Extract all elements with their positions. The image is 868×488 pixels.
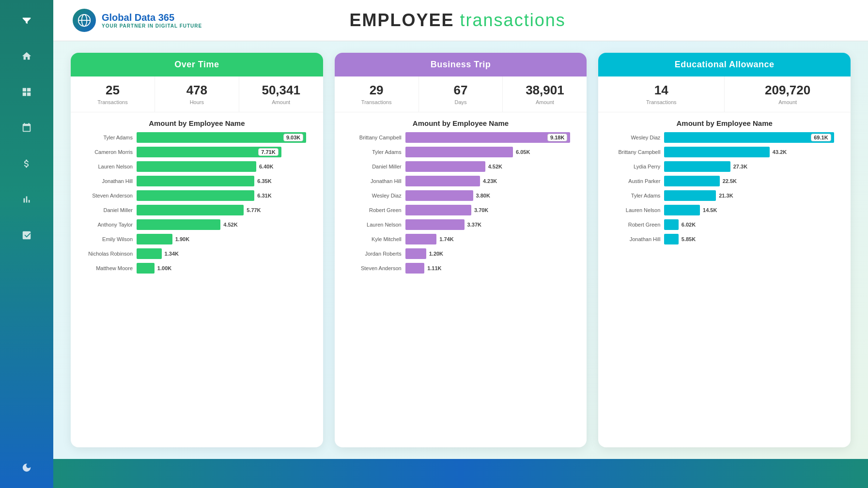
bar-container: 7.71K — [137, 147, 315, 157]
bar-label: Matthew Moore — [78, 265, 137, 271]
bar-fill — [137, 219, 220, 230]
business-transactions-label: Transactions — [340, 99, 414, 105]
dollar-icon[interactable] — [16, 153, 37, 174]
bar-row: Brittany Campbell43.2K — [606, 147, 843, 157]
main-content: Global Data 365 YOUR PARTNER IN DIGITAL … — [53, 0, 868, 488]
bar-row: Nicholas Robinson1.34K — [78, 248, 315, 259]
bar-value-badge: 9.03K — [283, 134, 303, 141]
business-chart-title: Amount by Employee Name — [335, 112, 587, 132]
business-days-value: 67 — [424, 83, 498, 97]
bar-fill: 9.18K — [405, 132, 571, 143]
bar-fill — [405, 219, 465, 230]
bar-value-text: 6.02K — [682, 222, 696, 228]
dashboard-icon[interactable] — [16, 81, 37, 103]
bar-fill — [664, 176, 719, 186]
bar-value-text: 4.52K — [488, 164, 502, 169]
business-days-label: Days — [424, 99, 498, 105]
overtime-chart: Tyler Adams9.03KCameron Morris7.71KLaure… — [71, 132, 323, 447]
bar-fill — [405, 190, 473, 201]
bar-value-text: 6.31K — [257, 193, 271, 198]
calendar-icon[interactable] — [16, 117, 37, 138]
business-amount-value: 38,901 — [508, 83, 582, 97]
bar-value-text: 1.90K — [175, 236, 189, 242]
bar-container: 9.03K — [137, 132, 315, 143]
bar-fill — [137, 263, 155, 274]
bar-container: 1.90K — [137, 234, 315, 244]
bar-value-text: 1.11K — [427, 265, 441, 271]
overtime-hours-label: Hours — [160, 99, 234, 105]
bar-label: Steven Anderson — [342, 265, 405, 271]
logo-text: Global Data 365 YOUR PARTNER IN DIGITAL … — [102, 12, 202, 29]
bar-fill — [664, 205, 700, 215]
business-transactions: 29 Transactions — [335, 76, 419, 112]
bar-row: Anthony Taylor4.52K — [78, 219, 315, 230]
page-title: EMPLOYEE transactions — [202, 10, 713, 30]
bar-fill — [405, 161, 485, 172]
bar-fill — [405, 234, 437, 244]
bar-label: Jordan Roberts — [342, 251, 405, 257]
report-icon[interactable] — [16, 225, 37, 246]
bar-container: 3.37K — [405, 219, 579, 230]
bar-label: Jonathan Hill — [606, 236, 664, 242]
bar-container: 4.23K — [405, 176, 579, 186]
bar-value-text: 5.77K — [247, 207, 261, 213]
bar-container: 4.52K — [405, 161, 579, 172]
bar-value-text: 6.05K — [516, 149, 530, 155]
bar-container: 6.35K — [137, 176, 315, 186]
bar-label: Wesley Diaz — [606, 135, 664, 140]
bar-fill — [664, 161, 730, 172]
bar-row: Steven Anderson6.31K — [78, 190, 315, 201]
home-icon[interactable] — [16, 46, 37, 67]
overtime-amount-label: Amount — [244, 99, 318, 105]
bar-row: Jordan Roberts1.20K — [342, 248, 579, 259]
business-transactions-value: 29 — [340, 83, 414, 97]
overtime-amount: 50,341 Amount — [239, 76, 323, 112]
bar-fill — [405, 176, 480, 186]
bar-row: Austin Parker22.5K — [606, 176, 843, 186]
bar-container: 5.85K — [664, 234, 843, 244]
bar-fill — [405, 147, 513, 157]
bar-container: 14.5K — [664, 205, 843, 215]
bar-label: Wesley Diaz — [342, 193, 405, 198]
bar-label: Daniel Miller — [342, 164, 405, 169]
bar-fill: 69.1K — [664, 132, 834, 143]
bar-row: Wesley Diaz69.1K — [606, 132, 843, 143]
bar-label: Cameron Morris — [78, 149, 137, 155]
bar-row: Cameron Morris7.71K — [78, 147, 315, 157]
bar-label: Anthony Taylor — [78, 222, 137, 228]
business-chart: Brittany Campbell9.18KTyler Adams6.05KDa… — [335, 132, 587, 447]
bar-row: Robert Green3.70K — [342, 205, 579, 215]
overtime-amount-value: 50,341 — [244, 83, 318, 97]
bar-row: Daniel Miller4.52K — [342, 161, 579, 172]
bar-container: 6.40K — [137, 161, 315, 172]
bar-value-text: 4.52K — [223, 222, 237, 228]
bottom-decoration — [53, 459, 868, 488]
bar-fill — [664, 190, 716, 201]
bar-value-text: 27.3K — [733, 164, 747, 169]
bar-row: Wesley Diaz3.80K — [342, 190, 579, 201]
filter-icon[interactable] — [16, 10, 37, 31]
moon-icon[interactable] — [16, 457, 37, 478]
overtime-stats: 25 Transactions 478 Hours 50,341 Amount — [71, 76, 323, 112]
bar-label: Tyler Adams — [342, 149, 405, 155]
bar-row: Brittany Campbell9.18K — [342, 132, 579, 143]
chart-bar-icon[interactable] — [16, 189, 37, 210]
bar-container: 3.80K — [405, 190, 579, 201]
educational-amount: 209,720 Amount — [725, 76, 851, 112]
logo-area: Global Data 365 YOUR PARTNER IN DIGITAL … — [73, 9, 202, 32]
bar-container: 43.2K — [664, 147, 843, 157]
bar-label: Brittany Campbell — [606, 149, 664, 155]
bar-container: 27.3K — [664, 161, 843, 172]
bar-label: Austin Parker — [606, 178, 664, 184]
bar-container: 22.5K — [664, 176, 843, 186]
bar-row: Jonathan Hill5.85K — [606, 234, 843, 244]
sidebar — [0, 0, 53, 488]
bar-container: 1.00K — [137, 263, 315, 274]
bar-row: Steven Anderson1.11K — [342, 263, 579, 274]
educational-stats: 14 Transactions 209,720 Amount — [598, 76, 851, 112]
bar-label: Tyler Adams — [78, 135, 137, 140]
educational-chart: Wesley Diaz69.1KBrittany Campbell43.2KLy… — [598, 132, 851, 447]
bar-label: Tyler Adams — [606, 193, 664, 198]
bar-row: Lauren Nelson6.40K — [78, 161, 315, 172]
overtime-header: Over Time — [71, 53, 323, 76]
